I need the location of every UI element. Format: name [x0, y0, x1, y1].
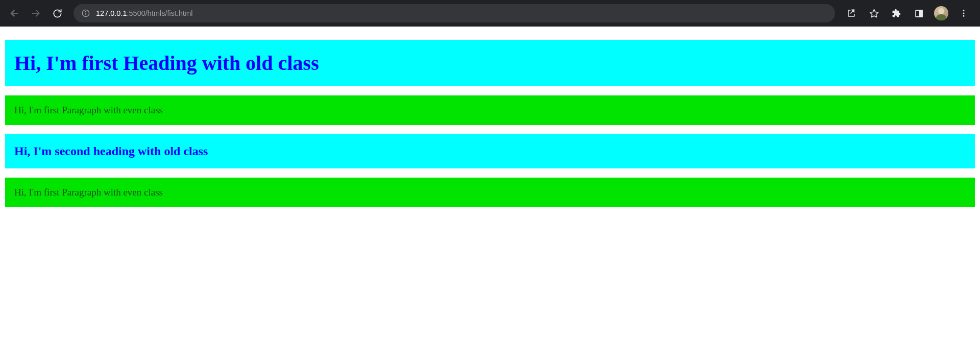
toolbar-right	[842, 4, 975, 22]
menu-dots-icon[interactable]	[954, 4, 973, 22]
forward-button[interactable]	[27, 4, 45, 22]
site-info-icon[interactable]	[82, 9, 90, 17]
page-content: Hi, I'm first Heading with old class Hi,…	[0, 27, 980, 220]
profile-avatar[interactable]	[932, 4, 950, 22]
svg-point-10	[963, 15, 965, 17]
svg-marker-5	[870, 9, 878, 17]
heading-1: Hi, I'm first Heading with old class	[5, 40, 975, 86]
back-button[interactable]	[5, 4, 23, 22]
share-icon[interactable]	[842, 4, 861, 22]
svg-point-4	[85, 11, 86, 12]
extensions-icon[interactable]	[887, 4, 905, 22]
browser-toolbar: 127.0.0.1:5500/htmls/fist.html	[0, 0, 980, 27]
paragraph-2: Hi, I'm first Paragraph with even class	[5, 178, 975, 207]
url-path: /htmls/fist.html	[145, 9, 193, 17]
reload-button[interactable]	[48, 4, 66, 22]
url-host: 127.0.0.1	[96, 9, 127, 17]
heading-2: Hi, I'm second heading with old class	[5, 134, 975, 168]
panel-icon[interactable]	[910, 4, 928, 22]
url-port: :5500	[127, 9, 145, 17]
svg-point-9	[963, 13, 965, 14]
svg-point-8	[963, 10, 965, 11]
address-bar[interactable]: 127.0.0.1:5500/htmls/fist.html	[74, 4, 835, 22]
bookmark-star-icon[interactable]	[865, 4, 883, 22]
url-text: 127.0.0.1:5500/htmls/fist.html	[96, 9, 192, 17]
avatar-icon	[934, 6, 948, 20]
svg-rect-7	[919, 10, 922, 17]
paragraph-1: Hi, I'm first Paragraph with even class	[5, 95, 975, 125]
